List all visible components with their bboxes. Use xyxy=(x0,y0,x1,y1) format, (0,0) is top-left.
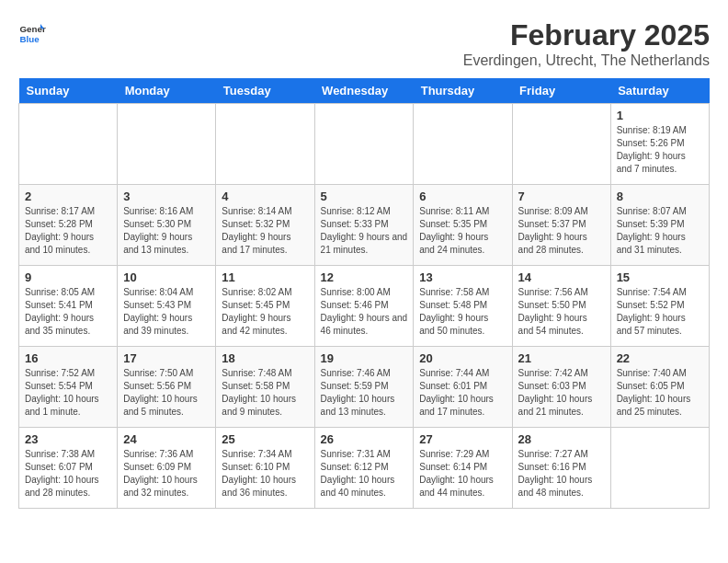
page-header: General Blue February 2025 Everdingen, U… xyxy=(18,18,710,69)
weekday-header-cell: Tuesday xyxy=(216,78,314,104)
calendar-day-cell: 8Sunrise: 8:07 AM Sunset: 5:39 PM Daylig… xyxy=(610,185,709,266)
day-info: Sunrise: 7:40 AM Sunset: 6:05 PM Dayligh… xyxy=(617,367,703,419)
day-info: Sunrise: 8:12 AM Sunset: 5:33 PM Dayligh… xyxy=(321,205,408,257)
day-number: 7 xyxy=(518,190,605,203)
day-number: 22 xyxy=(617,351,703,365)
day-number: 2 xyxy=(25,190,111,203)
svg-text:Blue: Blue xyxy=(20,34,40,44)
day-info: Sunrise: 8:11 AM Sunset: 5:35 PM Dayligh… xyxy=(419,205,506,257)
day-info: Sunrise: 7:50 AM Sunset: 5:56 PM Dayligh… xyxy=(123,367,210,419)
calendar-day-cell xyxy=(512,104,610,185)
day-number: 24 xyxy=(123,432,210,446)
day-number: 26 xyxy=(321,432,408,446)
day-number: 20 xyxy=(419,351,506,365)
calendar-day-cell: 5Sunrise: 8:12 AM Sunset: 5:33 PM Daylig… xyxy=(314,185,414,266)
calendar-day-cell: 3Sunrise: 8:16 AM Sunset: 5:30 PM Daylig… xyxy=(118,185,216,266)
day-info: Sunrise: 7:38 AM Sunset: 6:07 PM Dayligh… xyxy=(25,448,111,500)
day-info: Sunrise: 7:54 AM Sunset: 5:52 PM Dayligh… xyxy=(617,286,703,338)
day-number: 14 xyxy=(518,270,605,284)
month-title: February 2025 xyxy=(463,18,710,52)
day-number: 11 xyxy=(222,270,308,284)
day-info: Sunrise: 7:36 AM Sunset: 6:09 PM Dayligh… xyxy=(123,448,210,500)
calendar-day-cell: 23Sunrise: 7:38 AM Sunset: 6:07 PM Dayli… xyxy=(19,428,118,509)
calendar-day-cell: 19Sunrise: 7:46 AM Sunset: 5:59 PM Dayli… xyxy=(314,347,414,428)
day-info: Sunrise: 7:29 AM Sunset: 6:14 PM Dayligh… xyxy=(419,448,506,500)
day-info: Sunrise: 8:09 AM Sunset: 5:37 PM Dayligh… xyxy=(518,205,605,257)
day-number: 6 xyxy=(419,190,506,203)
calendar-day-cell: 22Sunrise: 7:40 AM Sunset: 6:05 PM Dayli… xyxy=(610,347,709,428)
calendar-day-cell: 10Sunrise: 8:04 AM Sunset: 5:43 PM Dayli… xyxy=(118,266,216,347)
weekday-header-cell: Saturday xyxy=(610,78,709,104)
day-number: 5 xyxy=(321,190,408,203)
day-number: 27 xyxy=(419,432,506,446)
calendar-week-row: 23Sunrise: 7:38 AM Sunset: 6:07 PM Dayli… xyxy=(19,428,710,509)
logo: General Blue xyxy=(18,18,46,46)
weekday-header-cell: Wednesday xyxy=(314,78,414,104)
calendar-day-cell: 11Sunrise: 8:02 AM Sunset: 5:45 PM Dayli… xyxy=(216,266,314,347)
day-number: 3 xyxy=(123,190,210,203)
day-number: 23 xyxy=(25,432,111,446)
calendar-day-cell xyxy=(19,104,118,185)
day-number: 17 xyxy=(123,351,210,365)
day-number: 13 xyxy=(419,270,506,284)
day-number: 25 xyxy=(222,432,308,446)
day-number: 19 xyxy=(321,351,408,365)
calendar-body: 1Sunrise: 8:19 AM Sunset: 5:26 PM Daylig… xyxy=(19,104,710,509)
calendar-day-cell: 24Sunrise: 7:36 AM Sunset: 6:09 PM Dayli… xyxy=(118,428,216,509)
calendar-day-cell xyxy=(118,104,216,185)
day-info: Sunrise: 8:04 AM Sunset: 5:43 PM Dayligh… xyxy=(123,286,210,338)
calendar-day-cell: 18Sunrise: 7:48 AM Sunset: 5:58 PM Dayli… xyxy=(216,347,314,428)
day-info: Sunrise: 8:00 AM Sunset: 5:46 PM Dayligh… xyxy=(321,286,408,338)
day-info: Sunrise: 7:42 AM Sunset: 6:03 PM Dayligh… xyxy=(518,367,605,419)
calendar-day-cell: 6Sunrise: 8:11 AM Sunset: 5:35 PM Daylig… xyxy=(414,185,512,266)
calendar-day-cell xyxy=(414,104,512,185)
day-number: 15 xyxy=(617,270,703,284)
calendar-day-cell: 2Sunrise: 8:17 AM Sunset: 5:28 PM Daylig… xyxy=(19,185,118,266)
day-info: Sunrise: 7:46 AM Sunset: 5:59 PM Dayligh… xyxy=(321,367,408,419)
weekday-header-cell: Thursday xyxy=(414,78,512,104)
calendar-day-cell: 15Sunrise: 7:54 AM Sunset: 5:52 PM Dayli… xyxy=(610,266,709,347)
calendar-day-cell: 4Sunrise: 8:14 AM Sunset: 5:32 PM Daylig… xyxy=(216,185,314,266)
day-number: 12 xyxy=(321,270,408,284)
location-subtitle: Everdingen, Utrecht, The Netherlands xyxy=(463,52,710,69)
calendar-day-cell: 16Sunrise: 7:52 AM Sunset: 5:54 PM Dayli… xyxy=(19,347,118,428)
day-info: Sunrise: 8:05 AM Sunset: 5:41 PM Dayligh… xyxy=(25,286,111,338)
day-info: Sunrise: 7:31 AM Sunset: 6:12 PM Dayligh… xyxy=(321,448,408,500)
day-info: Sunrise: 8:14 AM Sunset: 5:32 PM Dayligh… xyxy=(222,205,308,257)
day-info: Sunrise: 7:48 AM Sunset: 5:58 PM Dayligh… xyxy=(222,367,308,419)
day-info: Sunrise: 8:02 AM Sunset: 5:45 PM Dayligh… xyxy=(222,286,308,338)
day-number: 10 xyxy=(123,270,210,284)
calendar-week-row: 16Sunrise: 7:52 AM Sunset: 5:54 PM Dayli… xyxy=(19,347,710,428)
calendar-day-cell: 17Sunrise: 7:50 AM Sunset: 5:56 PM Dayli… xyxy=(118,347,216,428)
day-info: Sunrise: 8:19 AM Sunset: 5:26 PM Dayligh… xyxy=(617,124,703,176)
calendar-day-cell: 28Sunrise: 7:27 AM Sunset: 6:16 PM Dayli… xyxy=(512,428,610,509)
calendar-day-cell xyxy=(610,428,709,509)
day-number: 18 xyxy=(222,351,308,365)
calendar-day-cell: 14Sunrise: 7:56 AM Sunset: 5:50 PM Dayli… xyxy=(512,266,610,347)
day-number: 4 xyxy=(222,190,308,203)
calendar-day-cell: 27Sunrise: 7:29 AM Sunset: 6:14 PM Dayli… xyxy=(414,428,512,509)
calendar-day-cell: 1Sunrise: 8:19 AM Sunset: 5:26 PM Daylig… xyxy=(610,104,709,185)
calendar-table: SundayMondayTuesdayWednesdayThursdayFrid… xyxy=(18,78,710,509)
calendar-week-row: 2Sunrise: 8:17 AM Sunset: 5:28 PM Daylig… xyxy=(19,185,710,266)
day-number: 21 xyxy=(518,351,605,365)
calendar-week-row: 9Sunrise: 8:05 AM Sunset: 5:41 PM Daylig… xyxy=(19,266,710,347)
weekday-header-cell: Sunday xyxy=(19,78,118,104)
day-info: Sunrise: 7:58 AM Sunset: 5:48 PM Dayligh… xyxy=(419,286,506,338)
weekday-header-row: SundayMondayTuesdayWednesdayThursdayFrid… xyxy=(19,78,710,104)
day-info: Sunrise: 8:17 AM Sunset: 5:28 PM Dayligh… xyxy=(25,205,111,257)
weekday-header-cell: Monday xyxy=(118,78,216,104)
calendar-day-cell: 12Sunrise: 8:00 AM Sunset: 5:46 PM Dayli… xyxy=(314,266,414,347)
day-info: Sunrise: 7:56 AM Sunset: 5:50 PM Dayligh… xyxy=(518,286,605,338)
calendar-day-cell: 13Sunrise: 7:58 AM Sunset: 5:48 PM Dayli… xyxy=(414,266,512,347)
calendar-week-row: 1Sunrise: 8:19 AM Sunset: 5:26 PM Daylig… xyxy=(19,104,710,185)
day-info: Sunrise: 8:16 AM Sunset: 5:30 PM Dayligh… xyxy=(123,205,210,257)
svg-text:General: General xyxy=(20,24,47,34)
weekday-header-cell: Friday xyxy=(512,78,610,104)
day-number: 8 xyxy=(617,190,703,203)
day-info: Sunrise: 7:34 AM Sunset: 6:10 PM Dayligh… xyxy=(222,448,308,500)
calendar-day-cell: 9Sunrise: 8:05 AM Sunset: 5:41 PM Daylig… xyxy=(19,266,118,347)
calendar-day-cell: 21Sunrise: 7:42 AM Sunset: 6:03 PM Dayli… xyxy=(512,347,610,428)
calendar-day-cell xyxy=(216,104,314,185)
day-info: Sunrise: 8:07 AM Sunset: 5:39 PM Dayligh… xyxy=(617,205,703,257)
